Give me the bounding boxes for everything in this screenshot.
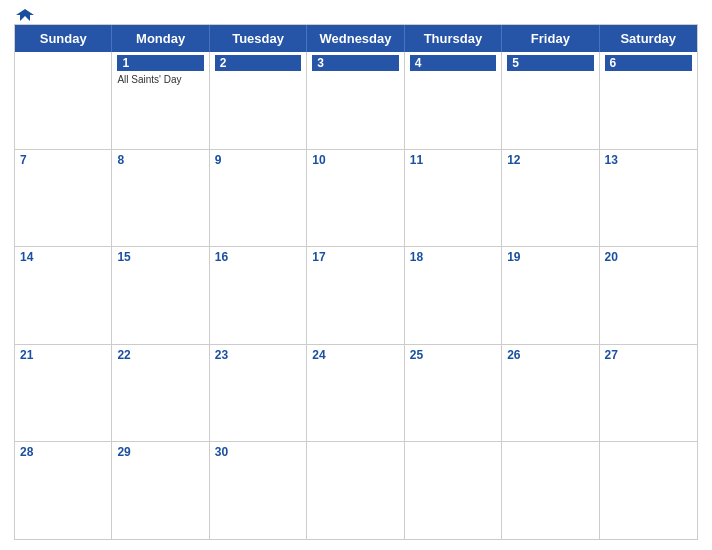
- day-number: 19: [507, 250, 593, 264]
- day-cell: [307, 442, 404, 539]
- day-number: 30: [215, 445, 301, 459]
- day-number: 4: [410, 55, 496, 71]
- day-number: 29: [117, 445, 203, 459]
- day-cell: 2: [210, 52, 307, 149]
- day-header-thursday: Thursday: [405, 25, 502, 52]
- day-cell: 27: [600, 345, 697, 442]
- day-cell: 1All Saints' Day: [112, 52, 209, 149]
- day-number: 16: [215, 250, 301, 264]
- day-number: 1: [117, 55, 203, 71]
- day-number: 18: [410, 250, 496, 264]
- day-cell: 22: [112, 345, 209, 442]
- day-number: 2: [215, 55, 301, 71]
- day-number: 6: [605, 55, 692, 71]
- day-cell: 14: [15, 247, 112, 344]
- day-cell: [15, 52, 112, 149]
- day-number: 20: [605, 250, 692, 264]
- day-cell: 4: [405, 52, 502, 149]
- day-number: 24: [312, 348, 398, 362]
- day-cell: 30: [210, 442, 307, 539]
- day-cell: 12: [502, 150, 599, 247]
- day-number: 25: [410, 348, 496, 362]
- day-number: 23: [215, 348, 301, 362]
- day-cell: 21: [15, 345, 112, 442]
- days-header: SundayMondayTuesdayWednesdayThursdayFrid…: [15, 25, 697, 52]
- day-number: 28: [20, 445, 106, 459]
- week-row-4: 21222324252627: [15, 344, 697, 442]
- day-cell: 8: [112, 150, 209, 247]
- day-number: 8: [117, 153, 203, 167]
- day-cell: 6: [600, 52, 697, 149]
- calendar-grid: SundayMondayTuesdayWednesdayThursdayFrid…: [14, 24, 698, 540]
- day-number: 17: [312, 250, 398, 264]
- day-number: 9: [215, 153, 301, 167]
- day-cell: 16: [210, 247, 307, 344]
- day-number: 21: [20, 348, 106, 362]
- logo-blue-row: [14, 7, 34, 21]
- day-number: 7: [20, 153, 106, 167]
- day-header-monday: Monday: [112, 25, 209, 52]
- day-cell: 23: [210, 345, 307, 442]
- calendar-page: SundayMondayTuesdayWednesdayThursdayFrid…: [0, 0, 712, 550]
- day-header-wednesday: Wednesday: [307, 25, 404, 52]
- day-cell: 29: [112, 442, 209, 539]
- day-header-sunday: Sunday: [15, 25, 112, 52]
- day-header-tuesday: Tuesday: [210, 25, 307, 52]
- week-row-2: 78910111213: [15, 149, 697, 247]
- day-cell: 28: [15, 442, 112, 539]
- day-number: 15: [117, 250, 203, 264]
- svg-marker-0: [16, 9, 34, 21]
- day-number: 27: [605, 348, 692, 362]
- day-header-saturday: Saturday: [600, 25, 697, 52]
- logo: [14, 7, 34, 21]
- logo-bird-icon: [16, 7, 34, 21]
- day-cell: 26: [502, 345, 599, 442]
- day-cell: 10: [307, 150, 404, 247]
- day-number: 11: [410, 153, 496, 167]
- week-row-5: 282930: [15, 441, 697, 539]
- day-cell: 9: [210, 150, 307, 247]
- day-cell: 15: [112, 247, 209, 344]
- day-cell: 5: [502, 52, 599, 149]
- day-number: 26: [507, 348, 593, 362]
- event-text: All Saints' Day: [117, 73, 203, 86]
- day-number: 12: [507, 153, 593, 167]
- day-cell: 7: [15, 150, 112, 247]
- day-cell: [502, 442, 599, 539]
- day-cell: [405, 442, 502, 539]
- day-number: 14: [20, 250, 106, 264]
- day-number: 10: [312, 153, 398, 167]
- day-number: 13: [605, 153, 692, 167]
- week-row-3: 14151617181920: [15, 246, 697, 344]
- day-cell: 17: [307, 247, 404, 344]
- day-cell: 25: [405, 345, 502, 442]
- day-cell: 13: [600, 150, 697, 247]
- calendar-header: [14, 10, 698, 18]
- day-cell: 19: [502, 247, 599, 344]
- day-cell: 3: [307, 52, 404, 149]
- day-number: 3: [312, 55, 398, 71]
- calendar-body: 1All Saints' Day234567891011121314151617…: [15, 52, 697, 539]
- day-header-friday: Friday: [502, 25, 599, 52]
- day-cell: 18: [405, 247, 502, 344]
- day-cell: 20: [600, 247, 697, 344]
- day-number: 5: [507, 55, 593, 71]
- week-row-1: 1All Saints' Day23456: [15, 52, 697, 149]
- day-cell: [600, 442, 697, 539]
- day-cell: 24: [307, 345, 404, 442]
- day-number: 22: [117, 348, 203, 362]
- day-cell: 11: [405, 150, 502, 247]
